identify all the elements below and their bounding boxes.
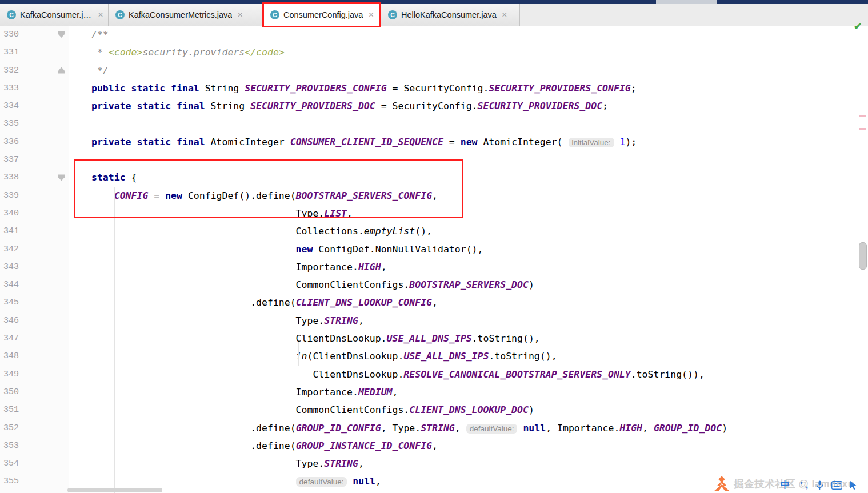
annotation-box-tab <box>262 2 381 27</box>
code-text: ClientDnsLookup.RESOLVE_CANONICAL_BOOTST… <box>91 366 705 383</box>
code-text: Collections.emptyList(), <box>91 222 432 240</box>
code-line[interactable]: 351 CommonClientConfigs.CLIENT_DNS_LOOKU… <box>0 401 868 419</box>
vertical-scrollbar-thumb[interactable] <box>859 242 867 270</box>
inspection-ok-icon[interactable]: ✔ <box>854 21 862 33</box>
horizontal-scrollbar-thumb[interactable] <box>67 488 162 492</box>
fold-icon[interactable] <box>58 174 65 181</box>
code-text: private static final AtomicInteger CONSU… <box>91 133 637 151</box>
code-token: GROUP_ID_CONFIG <box>296 423 381 434</box>
indent-guide <box>114 187 115 493</box>
code-text: Importance.MEDIUM, <box>91 383 398 401</box>
editor-tab[interactable]: C KafkaConsumerMetrics.java ✕ <box>109 4 263 26</box>
line-number: 349 <box>3 366 19 383</box>
code-token: new <box>296 244 313 255</box>
class-icon: C <box>7 10 16 19</box>
microphone-icon[interactable] <box>815 480 824 490</box>
code-token: security.providers <box>142 47 245 58</box>
code-token: , <box>393 387 398 398</box>
class-icon: C <box>115 10 125 19</box>
close-icon[interactable]: ✕ <box>502 11 507 19</box>
code-token: , <box>375 476 381 487</box>
code-line[interactable]: 346 Type.STRING, <box>0 312 868 330</box>
code-line[interactable]: 354 Type.STRING, <box>0 455 868 472</box>
close-icon[interactable]: ✕ <box>237 11 243 19</box>
code-token: Collections. <box>296 226 364 237</box>
code-token: , <box>358 315 364 326</box>
code-token: , <box>642 423 654 434</box>
code-line[interactable]: 341 Collections.emptyList(), <box>0 222 868 240</box>
line-number: 356 <box>3 491 19 493</box>
line-number: 338 <box>3 169 19 186</box>
code-token: CONSUMER_CLIENT_ID_SEQUENCE <box>290 137 443 147</box>
code-token: AtomicInteger <box>205 137 290 147</box>
code-line[interactable]: 331 * <code>security.providers</code> <box>0 43 868 61</box>
code-line[interactable]: 330 /** <box>0 26 868 43</box>
line-number: 343 <box>3 258 19 276</box>
code-token: MEDIUM <box>358 387 393 398</box>
code-token: CommonClientConfigs. <box>296 404 410 415</box>
juejin-logo-icon <box>714 477 729 491</box>
close-icon[interactable]: ✕ <box>98 11 103 19</box>
ime-language-icon[interactable]: 中 <box>781 479 790 491</box>
code-line[interactable]: 344 CommonClientConfigs.BOOTSTRAP_SERVER… <box>0 276 868 294</box>
code-line[interactable]: 334 private static final String SECURITY… <box>0 97 868 115</box>
code-token: private static final <box>91 137 205 147</box>
code-token: ClientDnsLookup. <box>296 333 387 344</box>
class-icon: C <box>388 10 397 19</box>
code-line[interactable]: 335 <box>0 115 868 133</box>
code-line[interactable]: 336 private static final AtomicInteger C… <box>0 133 868 151</box>
code-token: CommonClientConfigs. <box>296 279 410 290</box>
code-line[interactable]: 352 .define(GROUP_ID_CONFIG, Type.STRING… <box>0 419 868 437</box>
code-line[interactable]: 332 */ <box>0 62 868 79</box>
code-token: Type. <box>296 315 325 326</box>
line-number: 334 <box>3 97 19 115</box>
code-token: .toString(), <box>472 333 540 344</box>
code-text: private static final String SECURITY_PRO… <box>91 97 608 115</box>
code-line[interactable]: 353 .define(GROUP_INSTANCE_ID_CONFIG, <box>0 437 868 455</box>
code-line[interactable]: 347 ClientDnsLookup.USE_ALL_DNS_IPS.toSt… <box>0 330 868 347</box>
code-token: .define( <box>250 440 295 451</box>
code-token: (), <box>415 226 432 237</box>
code-text: .define(GROUP_ID_CONFIG, Type.STRING, de… <box>91 419 727 438</box>
line-number: 348 <box>3 347 19 365</box>
code-token: ConfigDef.NonNullValidator(), <box>313 244 483 255</box>
cursor-arrow-icon[interactable] <box>850 480 857 490</box>
code-token: USE_ALL_DNS_IPS <box>403 351 489 362</box>
line-number: 335 <box>3 115 19 133</box>
code-line[interactable]: 342 new ConfigDef.NonNullValidator(), <box>0 241 868 258</box>
code-text: Type.STRING, <box>91 455 364 472</box>
code-line[interactable]: 349 ClientDnsLookup.RESOLVE_CANONICAL_BO… <box>0 366 868 383</box>
code-token: USE_ALL_DNS_IPS <box>387 333 472 344</box>
code-token: * <box>97 47 109 58</box>
code-token: Type. <box>296 458 325 469</box>
code-line[interactable]: 345 .define(CLIENT_DNS_LOOKUP_CONFIG, <box>0 294 868 311</box>
code-line[interactable]: 343 Importance.HIGH, <box>0 258 868 276</box>
line-number: 333 <box>3 79 19 97</box>
line-number: 332 <box>3 62 19 79</box>
code-line[interactable]: 348 in(ClientDnsLookup.USE_ALL_DNS_IPS.t… <box>0 347 868 365</box>
keyboard-icon[interactable] <box>831 481 842 490</box>
code-line[interactable]: 333 public static final String SECURITY_… <box>0 79 868 97</box>
parameter-hint: defaultValue: <box>296 477 347 487</box>
line-number: 347 <box>3 330 19 347</box>
code-token: SECURITY_PROVIDERS_DOC <box>478 101 603 111</box>
code-token: String <box>205 101 250 111</box>
code-text: ClientDnsLookup.USE_ALL_DNS_IPS.toString… <box>91 330 540 347</box>
editor-tab[interactable]: C KafkaConsumer.java ✕ <box>0 4 109 26</box>
line-number: 337 <box>3 151 19 169</box>
ime-punctuation-icon[interactable]: ＇, <box>797 480 808 491</box>
change-marker <box>859 115 866 117</box>
fold-icon[interactable] <box>58 67 65 74</box>
editor-tab[interactable]: C HelloKafkaConsumer.java ✕ <box>381 4 520 26</box>
code-token: ClientDnsLookup. <box>313 369 403 380</box>
code-token: new <box>461 137 478 147</box>
code-token: /** <box>91 29 109 40</box>
editor[interactable]: 330 /** 331 * <code>security.providers</… <box>0 26 868 493</box>
code-token: , Importance. <box>546 423 619 434</box>
code-line[interactable]: 350 Importance.MEDIUM, <box>0 383 868 401</box>
code-text: .define(CLIENT_DNS_LOOKUP_CONFIG, <box>91 294 438 311</box>
fold-icon[interactable] <box>58 31 65 38</box>
line-number: 342 <box>3 241 19 258</box>
code-token: emptyList <box>364 226 415 237</box>
code-text: new ConfigDef.NonNullValidator(), <box>91 241 483 258</box>
